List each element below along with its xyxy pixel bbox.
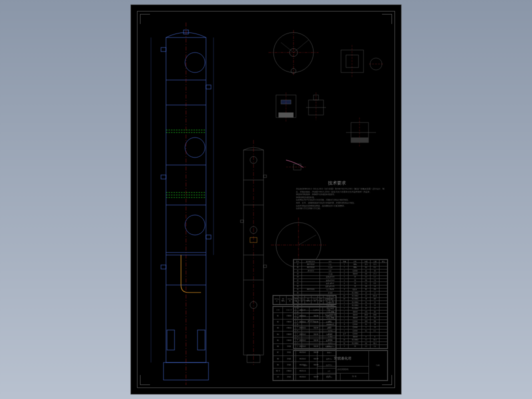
svg-rect-54 — [346, 55, 358, 68]
tech-req-line: 本设备按GB150.1~150.4-2011《压力容器》和GB/T32270-2… — [296, 188, 386, 193]
detail-views — [276, 45, 383, 170]
svg-rect-53 — [341, 50, 364, 72]
svg-rect-20 — [161, 175, 166, 179]
svg-rect-18 — [161, 48, 166, 52]
svg-point-2 — [185, 52, 205, 72]
drawing-number: T-101 — [368, 351, 387, 380]
cad-drawing-sheet: 技术要求 本设备按GB150.1~150.4-2011《压力容器》和GB/T32… — [130, 4, 402, 394]
svg-rect-26 — [167, 330, 174, 350]
design-parameter-table: 设计压力0.6 MPa设计温度180 ℃工作压力0.4 MPa工作温度150 ℃… — [272, 295, 336, 305]
nozzle-schedule-table: 符号公称尺寸连接标准法兰型式用途N1DN200HG20592WN RF气相出口N… — [272, 306, 336, 381]
svg-rect-21 — [206, 235, 211, 239]
svg-rect-19 — [206, 85, 211, 89]
top-plan-view — [268, 30, 318, 75]
svg-rect-22 — [161, 265, 166, 269]
label-sheet: 第 张 — [340, 373, 369, 380]
secondary-tower-elevation — [240, 140, 266, 365]
svg-point-3 — [185, 138, 205, 158]
svg-line-46 — [294, 40, 308, 52]
main-tower-elevation — [151, 22, 214, 385]
svg-rect-39 — [264, 265, 266, 268]
svg-rect-38 — [240, 220, 244, 222]
svg-rect-37 — [264, 175, 266, 178]
svg-line-47 — [281, 42, 294, 52]
tech-req-body: 本设备按GB150.1~150.4-2011《压力容器》和GB/T32270-2… — [296, 188, 386, 210]
tech-req-title: 技术要求 — [328, 180, 346, 186]
svg-line-52 — [298, 235, 316, 245]
svg-point-4 — [185, 215, 205, 235]
tech-req-line: 设备管口方位按管口方位图。 — [296, 207, 386, 210]
svg-rect-27 — [198, 330, 205, 350]
